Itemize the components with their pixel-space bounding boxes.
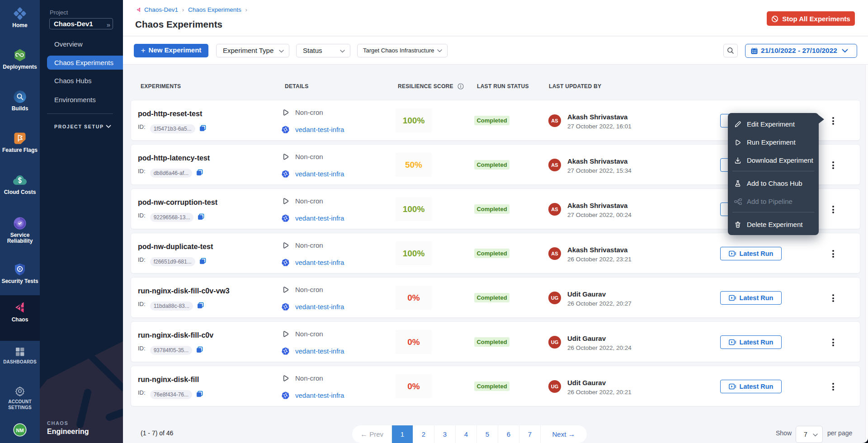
svg-text:NM: NM (16, 428, 24, 433)
